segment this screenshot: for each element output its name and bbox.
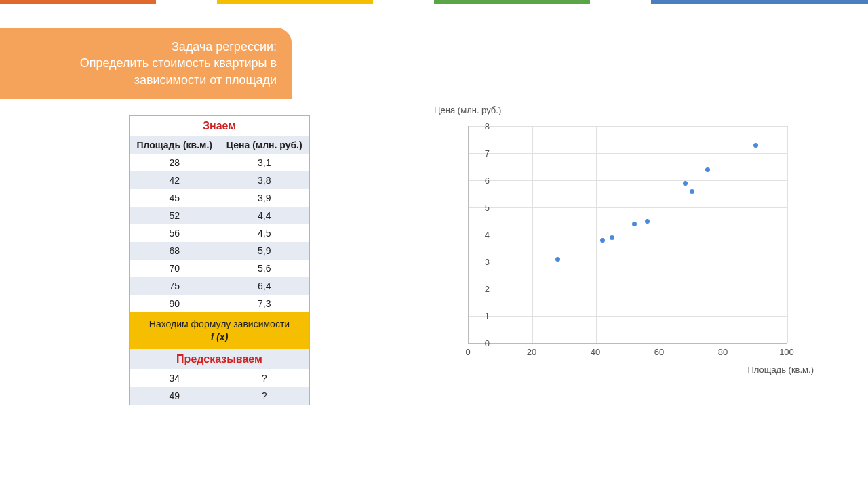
x-tick-label: 60: [649, 347, 669, 357]
gridline-v: [660, 126, 660, 343]
data-point: [705, 167, 710, 172]
gridline-h: [469, 153, 787, 154]
gridline-v: [596, 126, 597, 343]
cell-price: 3,9: [220, 189, 310, 207]
y-tick-label: 4: [462, 230, 490, 240]
cell-price: ?: [220, 387, 310, 405]
slide-title: Задача регрессии: Определить стоимость к…: [0, 28, 292, 99]
table-known-title: Знаем: [130, 116, 309, 136]
gridline-v: [532, 126, 533, 343]
x-tick-label: 0: [458, 347, 478, 357]
data-point: [632, 222, 637, 226]
cell-area: 52: [130, 207, 220, 224]
title-line-3: зависимости от площади: [7, 72, 277, 88]
cell-area: 49: [130, 387, 220, 405]
topbar-segment: [373, 0, 434, 4]
y-tick-label: 1: [462, 311, 490, 321]
topbar-segment: [434, 0, 590, 4]
x-tick-label: 20: [521, 347, 542, 357]
data-point: [610, 235, 614, 240]
x-tick-label: 80: [713, 347, 733, 357]
chart-x-axis-label: Площадь (кв.м.): [747, 365, 814, 375]
table-row: 685,9: [130, 242, 309, 260]
y-tick-label: 2: [462, 284, 490, 294]
data-point: [753, 143, 758, 148]
scatter-chart: Цена (млн. руб.) Площадь (кв.м.) 0123456…: [434, 105, 834, 363]
chart-y-axis-label: Цена (млн. руб.): [434, 105, 834, 115]
cell-area: 45: [130, 189, 220, 207]
title-line-2: Определить стоимость квартиры в: [7, 55, 277, 71]
table-row: 756,4: [130, 277, 309, 295]
topbar-segment: [217, 0, 373, 4]
table-headers: Площадь (кв.м.) Цена (млн. руб.): [130, 136, 309, 154]
title-line-1: Задача регрессии:: [7, 39, 277, 55]
topbar-segment: [651, 0, 868, 4]
cell-price: 6,4: [220, 277, 310, 295]
formula-row: Находим формулу зависимости f (x): [130, 312, 309, 349]
cell-price: 3,1: [220, 154, 310, 171]
gridline-h: [469, 180, 787, 181]
gridline-h: [469, 316, 787, 317]
cell-area: 90: [130, 295, 220, 312]
cell-price: 4,4: [220, 207, 310, 224]
gridline-v: [787, 126, 788, 343]
cell-area: 68: [130, 242, 220, 260]
table-row: 423,8: [130, 171, 309, 189]
table-row: 283,1: [130, 154, 309, 171]
cell-price: 5,9: [220, 242, 310, 260]
gridline-h: [469, 289, 787, 289]
data-point: [683, 181, 688, 186]
data-table: Знаем Площадь (кв.м.) Цена (млн. руб.) 2…: [129, 115, 310, 405]
data-point: [690, 189, 694, 194]
cell-area: 70: [130, 260, 220, 277]
gridline-h: [469, 235, 787, 235]
data-point: [645, 219, 650, 224]
topbar-segment: [0, 0, 156, 4]
topbar-segment: [590, 0, 651, 4]
table-predict-title: Предсказываем: [130, 349, 309, 369]
gridline-h: [469, 207, 787, 208]
y-tick-label: 5: [462, 203, 490, 213]
cell-area: 42: [130, 171, 220, 189]
formula-fx: f (x): [211, 331, 229, 342]
formula-text: Находим формулу зависимости: [149, 319, 290, 329]
table-row: 907,3: [130, 295, 309, 312]
top-accent-bar: [0, 0, 868, 4]
table-row: 49?: [130, 387, 309, 405]
cell-price: 4,5: [220, 224, 310, 242]
topbar-segment: [156, 0, 217, 4]
cell-price: 3,8: [220, 171, 310, 189]
table-row: 453,9: [130, 189, 309, 207]
gridline-h: [469, 126, 787, 127]
y-tick-label: 3: [462, 257, 490, 267]
col-area-header: Площадь (кв.м.): [130, 136, 220, 154]
cell-area: 28: [130, 154, 220, 171]
y-tick-label: 6: [462, 176, 490, 186]
table-row: 564,5: [130, 224, 309, 242]
cell-area: 75: [130, 277, 220, 295]
gridline-h: [469, 262, 787, 262]
cell-area: 34: [130, 369, 220, 387]
y-tick-label: 8: [462, 121, 490, 131]
cell-area: 56: [130, 224, 220, 242]
table-row: 524,4: [130, 207, 309, 224]
col-price-header: Цена (млн. руб.): [220, 136, 310, 154]
data-point: [555, 257, 560, 262]
y-tick-label: 7: [462, 148, 490, 159]
table-row: 705,6: [130, 260, 309, 277]
x-tick-label: 40: [585, 347, 606, 357]
data-point: [600, 238, 605, 243]
x-tick-label: 100: [776, 347, 797, 357]
cell-price: 7,3: [220, 295, 310, 312]
gridline-v: [724, 126, 724, 343]
table-row: 34?: [130, 369, 309, 387]
cell-price: ?: [220, 369, 310, 387]
cell-price: 5,6: [220, 260, 310, 277]
